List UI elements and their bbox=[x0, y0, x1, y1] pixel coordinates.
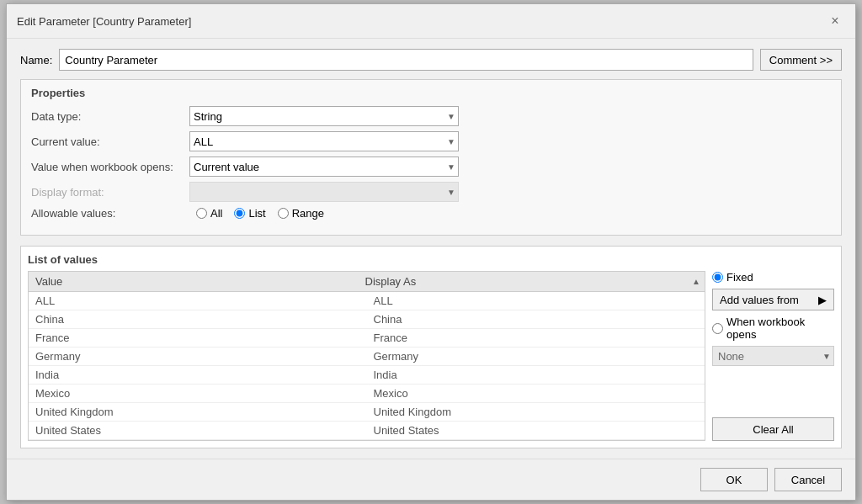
row-value: Mexico bbox=[29, 385, 367, 402]
workbook-radio[interactable] bbox=[712, 323, 723, 334]
title-bar: Edit Parameter [Country Parameter] × bbox=[7, 4, 855, 39]
table-row: Germany Germany bbox=[29, 347, 705, 366]
row-display: United Kingdom bbox=[367, 403, 705, 421]
row-display: United States bbox=[367, 422, 705, 439]
data-type-label: Data type: bbox=[31, 110, 183, 123]
row-value: United Kingdom bbox=[29, 403, 367, 421]
allowable-values-row: Allowable values: All List Range bbox=[31, 207, 831, 220]
allowable-range-option[interactable]: Range bbox=[278, 207, 324, 220]
current-value-row: Current value: ALL China France Germany … bbox=[31, 131, 831, 151]
allowable-values-radio-group: All List Range bbox=[196, 207, 324, 220]
allowable-list-radio[interactable] bbox=[234, 208, 245, 219]
row-display: Germany bbox=[367, 347, 705, 365]
row-value: ALL bbox=[29, 292, 367, 310]
cancel-button[interactable]: Cancel bbox=[774, 468, 842, 491]
row-display: India bbox=[367, 366, 705, 384]
value-when-opens-select[interactable]: Current value Prompt user bbox=[189, 157, 459, 177]
add-values-button[interactable]: Add values from ▶ bbox=[712, 289, 834, 310]
table-row: Mexico Mexico bbox=[29, 385, 705, 403]
current-value-label: Current value: bbox=[31, 135, 183, 148]
data-type-select-wrapper: String Integer Float Boolean Date Date &… bbox=[189, 106, 459, 126]
table-row: United States United States bbox=[29, 422, 705, 440]
allowable-range-label: Range bbox=[292, 207, 324, 220]
properties-box: Properties Data type: String Integer Flo… bbox=[20, 79, 842, 236]
list-of-values-title: List of values bbox=[28, 253, 834, 266]
name-input[interactable] bbox=[59, 49, 753, 71]
data-type-row: Data type: String Integer Float Boolean … bbox=[31, 106, 831, 126]
properties-title: Properties bbox=[31, 87, 831, 99]
value-when-opens-label: Value when workbook opens: bbox=[31, 161, 183, 173]
fixed-radio-option[interactable]: Fixed bbox=[712, 271, 834, 284]
row-display: China bbox=[367, 310, 705, 328]
allowable-values-label: Allowable values: bbox=[31, 207, 183, 220]
list-of-values-section: List of values Value Display As ▲ ALL AL… bbox=[20, 246, 842, 448]
workbook-radio-option[interactable]: When workbook opens bbox=[712, 316, 834, 341]
dialog: Edit Parameter [Country Parameter] × Nam… bbox=[6, 3, 856, 501]
display-format-row: Display format: ▼ bbox=[31, 182, 831, 202]
allowable-list-label: List bbox=[248, 207, 265, 220]
value-when-opens-row: Value when workbook opens: Current value… bbox=[31, 157, 831, 177]
name-row: Name: Comment >> bbox=[20, 49, 842, 71]
list-main: Value Display As ▲ ALL ALL China China bbox=[28, 271, 834, 441]
dialog-title: Edit Parameter [Country Parameter] bbox=[17, 15, 191, 28]
fixed-radio[interactable] bbox=[712, 272, 723, 283]
name-label: Name: bbox=[20, 54, 52, 66]
table-row: United Kingdom United Kingdom bbox=[29, 403, 705, 422]
dialog-footer: OK Cancel bbox=[7, 459, 855, 500]
allowable-all-radio[interactable] bbox=[196, 208, 207, 219]
table-row: India India bbox=[29, 366, 705, 385]
clear-all-button[interactable]: Clear All bbox=[712, 417, 834, 441]
right-panel: Fixed Add values from ▶ When workbook op… bbox=[712, 271, 834, 441]
sort-icon: ▲ bbox=[688, 277, 705, 286]
display-format-select bbox=[189, 182, 459, 202]
dialog-content: Name: Comment >> Properties Data type: S… bbox=[7, 39, 855, 459]
row-value: India bbox=[29, 366, 367, 384]
row-value: Germany bbox=[29, 347, 367, 365]
workbook-label: When workbook opens bbox=[726, 316, 834, 341]
row-display: France bbox=[367, 329, 705, 347]
current-value-select-wrapper: ALL China France Germany India Mexico Un… bbox=[189, 131, 459, 151]
row-display: ALL bbox=[367, 292, 705, 310]
table-row: China China bbox=[29, 310, 705, 329]
list-table-body[interactable]: ALL ALL China China France France Germ bbox=[29, 292, 705, 440]
allowable-list-option[interactable]: List bbox=[234, 207, 265, 220]
value-when-opens-select-wrapper: Current value Prompt user ▼ bbox=[189, 157, 459, 177]
list-table-header: Value Display As ▲ bbox=[29, 272, 705, 292]
none-select[interactable]: None bbox=[712, 346, 834, 366]
ok-button[interactable]: OK bbox=[700, 468, 768, 491]
row-value: France bbox=[29, 329, 367, 347]
add-values-arrow-icon: ▶ bbox=[818, 294, 827, 306]
close-button[interactable]: × bbox=[825, 11, 845, 31]
fixed-label: Fixed bbox=[726, 271, 753, 284]
row-value: United States bbox=[29, 422, 367, 439]
list-table: Value Display As ▲ ALL ALL China China bbox=[28, 271, 705, 441]
table-row: ALL ALL bbox=[29, 292, 705, 310]
comment-button[interactable]: Comment >> bbox=[760, 49, 842, 71]
current-value-select[interactable]: ALL China France Germany India Mexico Un… bbox=[189, 131, 459, 151]
data-type-select[interactable]: String Integer Float Boolean Date Date &… bbox=[189, 106, 459, 126]
add-values-label: Add values from bbox=[720, 294, 799, 306]
allowable-all-option[interactable]: All bbox=[196, 207, 222, 220]
display-format-label: Display format: bbox=[31, 186, 183, 199]
col-display-header: Display As bbox=[359, 272, 689, 291]
table-row: France France bbox=[29, 329, 705, 347]
none-select-wrapper: None ▼ bbox=[712, 346, 834, 366]
display-format-select-wrapper: ▼ bbox=[189, 182, 459, 202]
allowable-all-label: All bbox=[210, 207, 222, 220]
row-value: China bbox=[29, 310, 367, 328]
row-display: Mexico bbox=[367, 385, 705, 402]
allowable-range-radio[interactable] bbox=[278, 208, 289, 219]
col-value-header: Value bbox=[29, 272, 359, 291]
